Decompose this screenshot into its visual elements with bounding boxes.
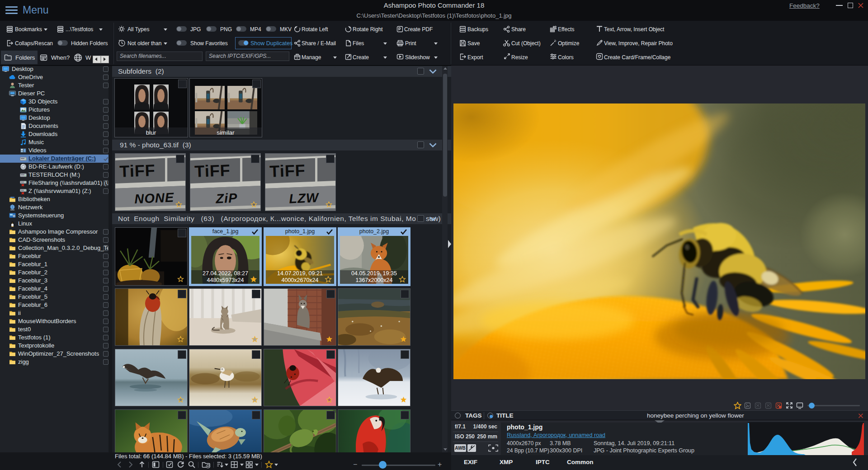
svg-text:LZW: LZW [289,190,320,206]
svg-text:TiFF: TiFF [269,161,306,181]
svg-text:blur: blur [146,129,156,136]
svg-text:ZiP: ZiP [215,191,238,206]
svg-text:similar: similar [217,129,235,136]
svg-text:NONE: NONE [134,190,175,206]
svg-text:TiFF: TiFF [194,161,231,181]
svg-text:TiFF: TiFF [119,161,156,181]
